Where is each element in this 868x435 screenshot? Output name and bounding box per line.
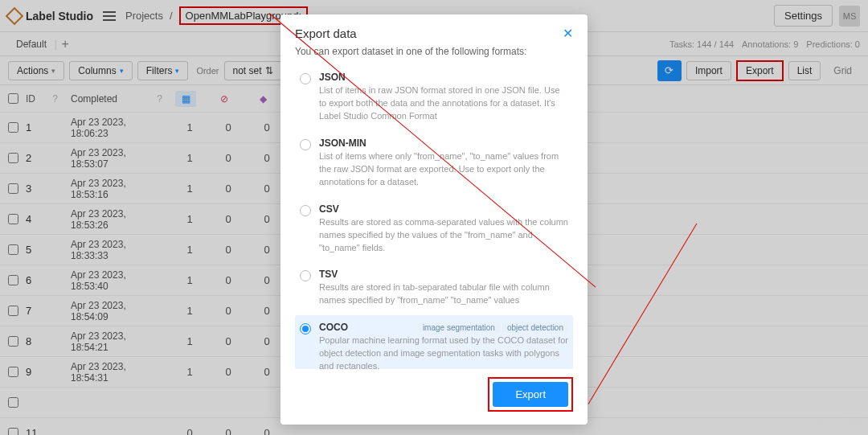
modal-title: Export data <box>295 27 357 40</box>
format-name: CSV <box>319 203 339 215</box>
format-tag: object detection <box>502 322 568 333</box>
format-desc: Results are stored in tab-separated tabu… <box>319 281 568 307</box>
radio-icon[interactable] <box>300 323 311 334</box>
export-format-option[interactable]: COCOimage segmentationobject detectionPo… <box>295 315 573 369</box>
close-icon[interactable]: ✕ <box>563 26 573 41</box>
radio-icon[interactable] <box>300 73 311 84</box>
format-name: COCO <box>319 322 348 333</box>
format-desc: Popular machine learning format used by … <box>319 334 568 369</box>
radio-icon[interactable] <box>300 139 311 150</box>
radio-icon[interactable] <box>300 205 311 216</box>
export-format-option[interactable]: CSVResults are stored as comma-separated… <box>295 197 573 261</box>
export-format-option[interactable]: JSONList of items in raw JSON format sto… <box>295 65 573 129</box>
modal-export-button[interactable]: Export <box>493 382 568 407</box>
modal-overlay: Export data ✕ You can export dataset in … <box>0 0 868 435</box>
export-format-option[interactable]: TSVResults are stored in tab-separated t… <box>295 262 573 314</box>
format-name: TSV <box>319 269 338 280</box>
format-desc: Results are stored as comma-separated va… <box>319 216 568 255</box>
format-desc: List of items in raw JSON format stored … <box>319 84 568 123</box>
radio-icon[interactable] <box>300 270 311 281</box>
format-name: JSON-MIN <box>319 137 366 149</box>
format-name: JSON <box>319 72 346 83</box>
modal-subtitle: You can export dataset in one of the fol… <box>280 46 588 65</box>
export-format-option[interactable]: JSON-MINList of items where only "from_n… <box>295 131 573 195</box>
format-tag: image segmentation <box>418 322 500 333</box>
export-modal: Export data ✕ You can export dataset in … <box>280 14 588 425</box>
format-desc: List of items where only "from_name", "t… <box>319 150 568 189</box>
watermark: @51CTO博客 <box>798 416 863 430</box>
